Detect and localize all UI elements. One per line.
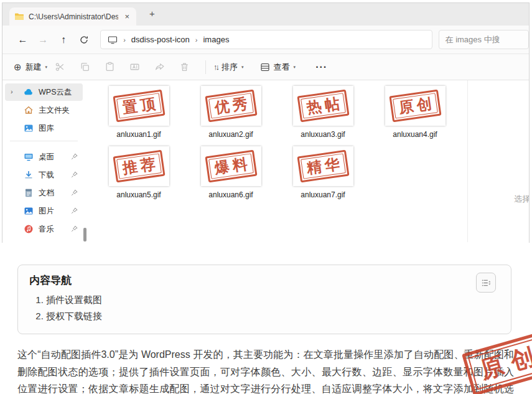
stamp-text: 置顶 <box>116 93 162 118</box>
toc-item[interactable]: 授权下载链接 <box>46 308 500 324</box>
address-bar[interactable]: › dsdiss-post-icon › images <box>100 30 432 49</box>
stamp-text: 优秀 <box>208 93 254 118</box>
file-item[interactable]: 置顶 anluxuan1.gif <box>93 86 185 146</box>
up-button[interactable]: ↑ <box>54 34 74 45</box>
sidebar-item-desktop[interactable]: 桌面 <box>5 148 83 166</box>
pin-icon <box>70 171 78 179</box>
gif-thumbnail: 原创 <box>385 86 446 126</box>
navigation-bar: ← → ↑ › dsdiss-post-icon › images 在 imag… <box>2 26 529 54</box>
sidebar-item-gallery[interactable]: 图库 <box>5 120 83 137</box>
breadcrumb-folder[interactable]: images <box>203 35 229 44</box>
stamp-text: 爆料 <box>208 153 254 179</box>
music-icon <box>24 224 34 234</box>
toolbar-divider <box>205 60 206 74</box>
file-item[interactable]: 热帖 anluxuan3.gif <box>277 86 369 146</box>
article-paragraph: 这个“自动配图插件3.0”是为 WordPress 开发的，其主要功能为：在文章… <box>17 346 514 394</box>
toc-title: 内容导航 <box>29 273 500 288</box>
file-item[interactable]: 爆料 anluxuan6.gif <box>185 146 277 207</box>
pin-icon <box>70 189 78 197</box>
sidebar-item-wps-cloud[interactable]: › WPS云盘 <box>5 83 83 101</box>
new-button-label: 新建 <box>26 62 42 73</box>
breadcrumb-separator: › <box>195 36 198 44</box>
pin-icon <box>70 207 78 215</box>
file-explorer-window: C:\Users\Administrator\Deskto × + ← → ↑ … <box>2 2 530 243</box>
stamp-text: 精华 <box>301 153 346 179</box>
original-stamp-text: 原创 <box>468 337 532 390</box>
toc-list: 插件设置截图 授权下载链接 <box>46 292 500 324</box>
toc-item[interactable]: 插件设置截图 <box>46 292 500 308</box>
file-area-scrollbar[interactable] <box>467 80 468 242</box>
file-item[interactable]: 精华 anluxuan7.gif <box>277 146 369 207</box>
list-toggle-icon <box>481 278 492 288</box>
tab-title: C:\Users\Administrator\Deskto <box>29 12 118 21</box>
tab-close-icon[interactable]: × <box>123 12 131 21</box>
file-name: anluxuan6.gif <box>208 190 253 199</box>
stamp-text: 热帖 <box>301 93 346 118</box>
sidebar-item-documents[interactable]: 文档 <box>5 184 83 202</box>
file-name: anluxuan4.gif <box>393 130 437 139</box>
gif-thumbnail: 优秀 <box>201 86 261 126</box>
search-input[interactable]: 在 images 中搜 <box>439 30 529 49</box>
explorer-tab[interactable]: C:\Users\Administrator\Deskto × <box>9 7 136 26</box>
view-icon <box>260 62 270 72</box>
gif-thumbnail: 热帖 <box>293 86 353 126</box>
sidebar-item-downloads[interactable]: 下载 <box>5 166 83 184</box>
sidebar-item-pictures[interactable]: 图片 <box>5 202 83 220</box>
forward-button[interactable]: → <box>33 34 54 45</box>
sidebar-item-label: 图库 <box>39 123 54 134</box>
back-button[interactable]: ← <box>12 34 33 45</box>
share-button[interactable] <box>147 62 172 72</box>
rename-button[interactable] <box>122 62 147 72</box>
sort-button-label: 排序 <box>222 62 238 73</box>
sidebar-item-label: 图片 <box>39 206 54 217</box>
copy-button[interactable] <box>72 62 97 72</box>
sidebar-item-label: 下载 <box>39 170 54 181</box>
gif-thumbnail: 推荐 <box>109 146 169 186</box>
this-pc-icon <box>108 35 118 45</box>
sidebar: › WPS云盘 主文件夹 图库 <box>2 80 85 242</box>
gif-thumbnail: 爆料 <box>201 146 261 186</box>
breadcrumb-separator: › <box>123 36 126 44</box>
command-toolbar: ⊕ 新建 ▾ ↑↓ 排序 ▾ <box>2 54 529 80</box>
download-icon <box>24 170 34 180</box>
refresh-button[interactable] <box>73 35 94 45</box>
explorer-body: › WPS云盘 主文件夹 图库 <box>2 80 529 242</box>
file-name: anluxuan5.gif <box>116 190 161 199</box>
chevron-down-icon: ▾ <box>294 65 296 70</box>
file-item[interactable]: 原创 anluxuan4.gif <box>369 86 461 146</box>
pin-icon <box>70 152 78 161</box>
cut-button[interactable] <box>47 62 72 72</box>
delete-button[interactable] <box>172 62 197 72</box>
sort-button[interactable]: ↑↓ 排序 ▾ <box>213 62 244 73</box>
view-button-label: 查看 <box>274 62 290 73</box>
breadcrumb-folder[interactable]: dsdiss-post-icon <box>131 35 190 44</box>
paste-button[interactable] <box>97 62 122 72</box>
gif-thumbnail: 精华 <box>293 146 353 186</box>
home-icon <box>24 105 34 115</box>
original-stamp: 原创 <box>462 331 532 394</box>
file-grid: 置顶 anluxuan1.gif 优秀 anluxuan2.gif 热帖 anl… <box>93 86 529 207</box>
cloud-icon <box>24 87 34 97</box>
sidebar-item-music[interactable]: 音乐 <box>5 220 83 238</box>
sidebar-item-label: 文档 <box>39 188 54 199</box>
file-list-area: 置顶 anluxuan1.gif 优秀 anluxuan2.gif 热帖 anl… <box>85 80 529 242</box>
gif-thumbnail: 置顶 <box>109 86 169 126</box>
desktop-icon <box>24 152 34 162</box>
file-item[interactable]: 优秀 anluxuan2.gif <box>185 86 277 146</box>
plus-circle-icon: ⊕ <box>14 62 22 73</box>
document-icon <box>24 188 34 198</box>
sidebar-item-home[interactable]: 主文件夹 <box>5 101 83 119</box>
gallery-icon <box>24 123 34 133</box>
new-button[interactable]: ⊕ 新建 ▾ <box>14 62 47 73</box>
sidebar-item-label: 桌面 <box>39 152 54 162</box>
table-of-contents-box: 内容导航 插件设置截图 授权下载链接 <box>17 265 511 334</box>
expand-chevron-icon[interactable]: › <box>11 88 13 95</box>
file-item[interactable]: 推荐 anluxuan5.gif <box>93 146 185 207</box>
new-tab-button[interactable]: + <box>149 8 155 19</box>
preview-pane-text: 选择 <box>514 194 530 205</box>
sidebar-item-label: WPS云盘 <box>39 87 72 98</box>
toc-toggle-button[interactable] <box>476 273 496 293</box>
more-options-button[interactable]: ··· <box>315 62 327 73</box>
view-button[interactable]: 查看 ▾ <box>260 62 296 73</box>
file-name: anluxuan1.gif <box>116 130 161 139</box>
